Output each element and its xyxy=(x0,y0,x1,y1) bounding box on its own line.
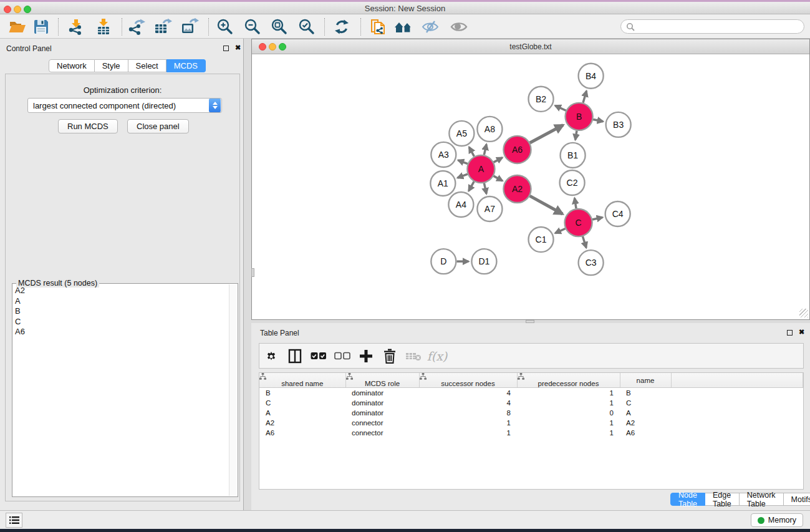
select-all-columns-button[interactable] xyxy=(307,346,330,367)
zoom-fit-icon xyxy=(271,18,288,36)
column-header-name[interactable]: name xyxy=(620,373,671,388)
graph-edge-C-C2[interactable] xyxy=(574,198,576,209)
tab-node-table[interactable]: Node Table xyxy=(670,493,705,506)
graph-edge-A2-C[interactable] xyxy=(530,196,563,214)
delete-table-button[interactable] xyxy=(402,346,425,367)
import-table-button[interactable] xyxy=(92,17,115,37)
network-canvas[interactable]: B4B2BB3A8A5A6A3B1AC2A1A2A4A7C4CC1C3DD1 xyxy=(252,54,809,319)
zoom-in-button[interactable] xyxy=(214,17,236,37)
graph-edge-A-A6[interactable] xyxy=(494,158,503,162)
graph-edge-A-A7[interactable] xyxy=(484,183,486,193)
graph-edge-B-B3[interactable] xyxy=(593,120,603,122)
result-scrollbar[interactable] xyxy=(229,284,237,496)
mcds-result-item[interactable]: B xyxy=(13,306,228,317)
column-header-shared-name[interactable]: shared name xyxy=(259,373,345,388)
export-image-button[interactable] xyxy=(178,17,201,37)
hide-graphics-details-button[interactable] xyxy=(419,17,441,37)
refresh-view-button[interactable] xyxy=(330,17,353,37)
mcds-result-item[interactable]: C xyxy=(13,317,228,327)
tab-edge-table[interactable]: Edge Table xyxy=(705,493,740,506)
tab-mcds[interactable]: MCDS xyxy=(166,59,206,72)
run-mcds-button[interactable]: Run MCDS xyxy=(58,119,118,133)
column-header-predecessor-nodes[interactable]: predecessor nodes xyxy=(517,373,620,388)
show-column-button[interactable] xyxy=(283,346,307,367)
toolbar-separator xyxy=(58,18,59,36)
graph-edge-C-C1[interactable] xyxy=(555,229,565,233)
column-header-successor-nodes[interactable]: successor nodes xyxy=(419,373,517,388)
table-panel-header: Table Panel ✖ xyxy=(251,323,810,341)
attribute-icon xyxy=(518,373,524,380)
table-cell: A6 xyxy=(620,428,671,438)
memory-button[interactable]: Memory xyxy=(751,513,803,527)
column-header-mcds-role[interactable]: MCDS role xyxy=(345,373,419,388)
list-icon xyxy=(9,516,19,525)
resize-grip-icon[interactable] xyxy=(799,309,808,317)
export-network-button[interactable] xyxy=(125,17,148,37)
graph-edge-B-B1[interactable] xyxy=(576,131,577,140)
zoom-fit-button[interactable] xyxy=(268,17,291,37)
refresh-icon xyxy=(334,19,350,35)
node-table[interactable]: shared nameMCDS rolesuccessor nodesprede… xyxy=(259,372,804,490)
table-settings-button[interactable] xyxy=(259,346,283,367)
tab-network-table[interactable]: Network Table xyxy=(740,493,784,506)
show-all-networks-button[interactable] xyxy=(392,17,415,37)
export-table-button[interactable] xyxy=(152,17,174,37)
clone-network-button[interactable] xyxy=(367,17,389,37)
mcds-result-list[interactable]: A2ABCA6 xyxy=(13,286,228,496)
table-cell: C xyxy=(620,398,671,408)
zoom-out-button[interactable] xyxy=(241,17,264,37)
network-graph[interactable]: B4B2BB3A8A5A6A3B1AC2A1A2A4A7C4CC1C3DD1 xyxy=(252,54,809,319)
network-window-titlebar[interactable]: testGlobe.txt xyxy=(252,39,809,54)
show-graphics-details-button[interactable] xyxy=(448,17,470,37)
table-cell: B xyxy=(620,388,671,398)
close-panel-icon[interactable]: ✖ xyxy=(799,328,804,336)
table-row[interactable]: Bdominator41B xyxy=(259,388,803,398)
criterion-dropdown[interactable]: largest connected component (directed) xyxy=(27,98,222,113)
close-panel-icon[interactable]: ✖ xyxy=(235,44,241,52)
graph-node-label: C2 xyxy=(567,178,578,188)
mcds-result-item[interactable]: A6 xyxy=(13,327,228,337)
graph-edge-A-A3[interactable] xyxy=(458,160,468,164)
delete-column-button[interactable] xyxy=(378,346,402,367)
import-network-button[interactable] xyxy=(64,17,87,37)
table-row[interactable]: A6connector11A6 xyxy=(259,428,803,438)
graph-edge-B-B2[interactable] xyxy=(555,105,566,110)
graph-edge-A-A1[interactable] xyxy=(458,174,468,178)
table-row[interactable]: Adominator80A xyxy=(259,408,803,418)
graph-edge-C-C4[interactable] xyxy=(592,217,602,220)
mcds-result-item[interactable]: A2 xyxy=(13,286,228,296)
table-toolbar: f(x) xyxy=(259,343,804,369)
save-session-button[interactable] xyxy=(30,17,52,37)
close-panel-button[interactable]: Close panel xyxy=(127,119,189,133)
float-panel-icon[interactable] xyxy=(787,330,793,336)
search-input[interactable] xyxy=(635,22,804,31)
graph-edge-A-A2[interactable] xyxy=(494,176,503,181)
optimization-criterion-label: Optimization criterion: xyxy=(6,85,239,95)
float-panel-icon[interactable] xyxy=(223,46,229,51)
tab-select[interactable]: Select xyxy=(128,59,166,72)
graph-edge-A6-B[interactable] xyxy=(530,125,563,143)
graph-edge-C-C3[interactable] xyxy=(582,236,586,248)
graph-edge-A-A8[interactable] xyxy=(484,144,486,155)
tab-style[interactable]: Style xyxy=(95,59,128,72)
graph-edge-B-B4[interactable] xyxy=(583,91,587,103)
splitter-handle[interactable] xyxy=(251,268,254,277)
search-box[interactable] xyxy=(620,19,804,34)
open-session-button[interactable] xyxy=(6,17,29,37)
mcds-result-item[interactable]: A xyxy=(13,296,228,307)
tab-motifs[interactable]: Motifs xyxy=(784,493,810,506)
tab-network[interactable]: Network xyxy=(49,59,95,72)
unselect-all-columns-button[interactable] xyxy=(330,346,354,367)
table-cell: A xyxy=(620,408,671,418)
zoom-selected-button[interactable] xyxy=(296,17,318,37)
graph-edge-A-A4[interactable] xyxy=(469,181,475,191)
table-row[interactable]: A2connector11A2 xyxy=(259,418,803,428)
control-panel-tabs: NetworkStyleSelectMCDS xyxy=(49,59,206,72)
graph-edge-A-A5[interactable] xyxy=(469,147,474,157)
add-column-button[interactable] xyxy=(354,346,378,367)
table-row[interactable]: Cdominator41C xyxy=(259,398,803,408)
table-cell: A6 xyxy=(259,428,345,438)
function-builder-button[interactable]: f(x) xyxy=(425,346,449,367)
table-cell: A2 xyxy=(259,418,345,428)
show-task-history-button[interactable] xyxy=(6,513,22,528)
